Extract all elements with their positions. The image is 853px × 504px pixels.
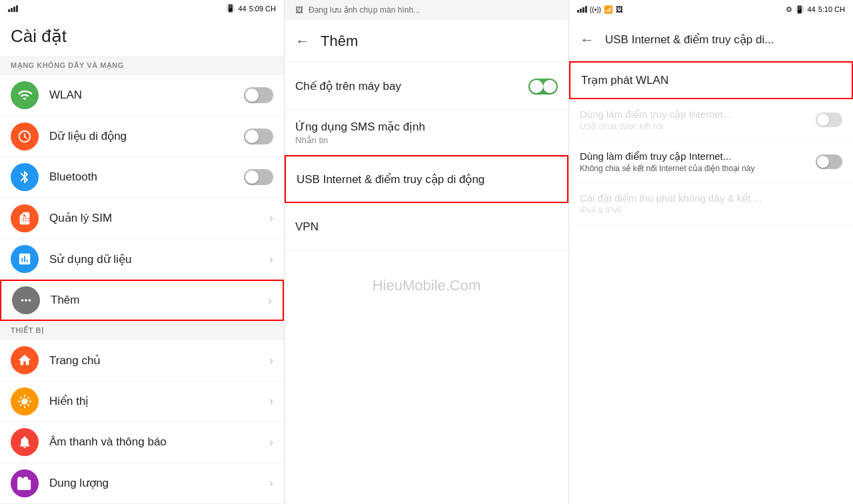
sms-label: Ứng dụng SMS mặc định (295, 120, 425, 134)
panel3-header: ← USB Internet & điểm truy cập di... (569, 19, 853, 61)
settings-item-home[interactable]: Trang chủ › (0, 340, 284, 381)
wifi-hotspot-text: Cài đặt điểm thu phát không dây & kết ..… (580, 192, 842, 215)
bluetooth-label: Bluetooth (49, 170, 244, 184)
panel2-header: ← Thêm (285, 20, 568, 63)
sound-chevron: › (269, 435, 273, 449)
p3-settings-icon: ⚙ (786, 5, 792, 14)
storage-icon (11, 469, 39, 497)
sound-label: Âm thanh và thông báo (49, 435, 264, 449)
wlan-toggle[interactable] (244, 87, 273, 103)
vpn-label: VPN (295, 220, 558, 234)
screenshot-icon: 🖼 (295, 5, 303, 15)
usb-disabled-title: Dùng làm điểm truy cập Internet... (580, 109, 816, 121)
time-panel1: 5:09 CH (249, 5, 276, 13)
p3-vibrate-icon: 📳 (795, 5, 804, 14)
home-chevron: › (269, 354, 273, 368)
page-title-bar: Cài đặt (0, 17, 284, 56)
home-icon (11, 346, 39, 374)
settings-item-display[interactable]: Hiển thị › (0, 381, 284, 422)
sim-chevron: › (269, 211, 273, 225)
settings-item-sound[interactable]: Âm thanh và thông báo › (0, 422, 284, 463)
p3-img-icon: 🖼 (616, 5, 623, 13)
more-label: Thêm (51, 294, 263, 307)
storage-chevron: › (269, 476, 273, 490)
page-title: Cài đặt (11, 26, 273, 47)
more-icon (12, 286, 40, 314)
status-right: 📳 44 5:09 CH (226, 4, 276, 13)
usb-detail-panel: ((•)) 📶 🖼 ⚙ 📳 44 5:10 CH ← USB Internet … (569, 0, 853, 504)
more-chevron: › (268, 294, 272, 308)
settings-item-mobile-data[interactable]: Dữ liệu di động (0, 116, 284, 156)
usb-disabled-sub: USB chưa được kết nối (580, 122, 816, 131)
status-left (8, 5, 18, 12)
wlan-label: WLAN (49, 89, 244, 102)
more-panel: 🖼 Đang lưu ảnh chụp màn hình... ← Thêm C… (285, 0, 569, 504)
tram-phat-title: Trạm phát WLAN (570, 63, 852, 98)
p3-status-right: ⚙ 📳 44 5:10 CH (786, 5, 845, 14)
p3-battery: 44 (807, 5, 815, 13)
menu-item-vpn[interactable]: VPN (285, 203, 568, 251)
usage-chevron: › (269, 252, 273, 266)
bluetooth-toggle[interactable] (244, 169, 273, 185)
display-icon (11, 387, 39, 415)
sound-icon (11, 428, 39, 456)
panel2-title: Thêm (321, 33, 358, 50)
settings-item-storage[interactable]: Dung lượng › (0, 463, 284, 504)
usb-item-active[interactable]: Dùng làm điểm truy cập Internet... Không… (569, 141, 853, 183)
settings-item-usage[interactable]: Sử dụng dữ liệu › (0, 239, 284, 280)
panel3-title: USB Internet & điểm truy cập di... (605, 33, 774, 47)
menu-item-airplane[interactable]: Chế độ trên máy bay (285, 63, 568, 111)
usb-menu-label: USB Internet & điểm truy cập di động (297, 172, 556, 186)
status-bar-panel1: 📳 44 5:09 CH (0, 0, 284, 17)
settings-panel: 📳 44 5:09 CH Cài đặt MẠNG KHÔNG DÂY VÀ M… (0, 0, 285, 504)
back-button-panel2[interactable]: ← (295, 33, 310, 50)
p3-sim-icon: 📶 (604, 5, 613, 14)
section-header-network: MẠNG KHÔNG DÂY VÀ MẠNG (0, 56, 284, 75)
display-label: Hiển thị (49, 394, 264, 408)
settings-item-wlan[interactable]: WLAN (0, 75, 284, 116)
signal-icon (8, 5, 18, 12)
wifi-hotspot-sub: IPv4 & IPv6 (580, 206, 842, 215)
storage-label: Dung lượng (49, 476, 264, 490)
vibrate-icon: 📳 (226, 4, 235, 13)
wifi-hotspot-title: Cài đặt điểm thu phát không dây & kết ..… (580, 192, 842, 204)
p3-signal-icon (577, 6, 587, 13)
status-bar-panel3: ((•)) 📶 🖼 ⚙ 📳 44 5:10 CH (569, 0, 853, 19)
usb-item-disabled[interactable]: Dùng làm điểm truy cập Internet... USB c… (569, 99, 853, 141)
menu-item-sms[interactable]: Ứng dụng SMS mặc định Nhắn tin (285, 111, 568, 155)
airplane-label: Chế độ trên máy bay (295, 79, 528, 93)
mobile-data-toggle[interactable] (244, 128, 273, 144)
sim-label: Quản lý SIM (49, 211, 264, 225)
p3-network-icon: ((•)) (590, 6, 601, 13)
mobile-data-icon (11, 123, 39, 150)
airplane-toggle[interactable] (528, 79, 558, 95)
watermark: HieuMobile.Com (373, 277, 481, 294)
p3-status-left: ((•)) 📶 🖼 (577, 5, 623, 14)
battery-level: 44 (238, 5, 246, 13)
mobile-data-label: Dữ liệu di động (49, 129, 244, 143)
tram-phat-section: Trạm phát WLAN (569, 61, 853, 99)
settings-item-sim[interactable]: Quản lý SIM › (0, 198, 284, 238)
usb-item-active-text: Dùng làm điểm truy cập Internet... Không… (580, 150, 816, 173)
usage-icon (11, 245, 39, 273)
usb-active-sub: Không chia sẻ kết nối Internet của điện … (580, 164, 816, 173)
back-button-panel3[interactable]: ← (580, 31, 594, 49)
home-label: Trang chủ (49, 354, 264, 368)
wifi-hotspot-item[interactable]: Cài đặt điểm thu phát không dây & kết ..… (569, 183, 853, 225)
usb-active-toggle[interactable] (816, 154, 842, 169)
settings-item-bluetooth[interactable]: Bluetooth (0, 157, 284, 198)
bluetooth-icon (11, 163, 39, 191)
p3-time: 5:10 CH (818, 5, 845, 13)
notification-text: Đang lưu ảnh chụp màn hình... (309, 5, 420, 15)
menu-item-usb[interactable]: USB Internet & điểm truy cập di động (285, 155, 568, 203)
usb-item-disabled-text: Dùng làm điểm truy cập Internet... USB c… (580, 109, 816, 131)
usb-disabled-toggle[interactable] (816, 113, 842, 127)
usage-label: Sử dụng dữ liệu (49, 252, 264, 266)
section-header-device: THIẾT BỊ (0, 321, 284, 340)
display-chevron: › (269, 394, 273, 408)
usb-active-title: Dùng làm điểm truy cập Internet... (580, 150, 816, 162)
sms-sub: Nhắn tin (295, 135, 328, 145)
notification-bar: 🖼 Đang lưu ảnh chụp màn hình... (285, 0, 568, 20)
sim-icon (11, 204, 39, 232)
settings-item-more[interactable]: Thêm › (0, 280, 284, 321)
